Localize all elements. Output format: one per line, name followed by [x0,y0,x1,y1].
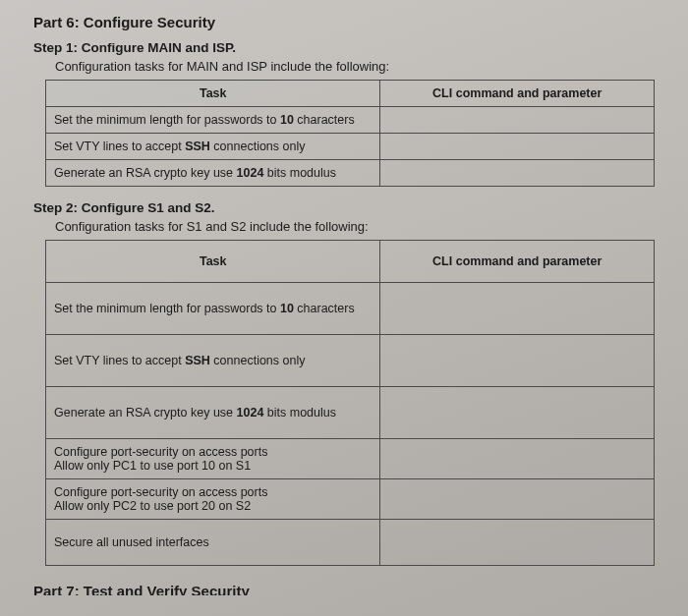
table-row: Secure all unused interfaces [46,520,655,566]
table-row: Set the minimum length for passwords to … [46,283,655,335]
table-row: Configure port-security on access ports … [46,479,655,520]
cmd-cell [380,134,655,160]
part-title: Part 6: Configure Security [33,14,659,30]
task-cell: Configure port-security on access ports … [46,439,380,479]
header-cmd: CLI command and parameter [380,241,655,283]
table-row: Generate an RSA crypto key use 1024 bits… [46,160,655,187]
table-row: Set VTY lines to accept SSH connections … [46,134,655,160]
step1-heading: Step 1: Configure MAIN and ISP. [33,40,659,55]
task-cell: Set the minimum length for passwords to … [46,107,380,134]
part7-title-cutoff: Part 7: Test and Verify Security [33,580,659,595]
header-task: Task [46,241,380,283]
header-task: Task [46,81,380,107]
table-header-row: Task CLI command and parameter [46,81,655,107]
cmd-cell [380,335,655,387]
document-page: Part 6: Configure Security Step 1: Confi… [0,0,688,595]
cmd-cell [380,283,655,335]
task-cell: Set VTY lines to accept SSH connections … [46,335,380,387]
step1-table: Task CLI command and parameter Set the m… [45,80,655,187]
step1-desc: Configuration tasks for MAIN and ISP inc… [55,59,659,74]
cmd-cell [380,160,655,187]
header-cmd: CLI command and parameter [380,81,655,107]
task-cell: Set the minimum length for passwords to … [46,283,380,335]
task-cell: Generate an RSA crypto key use 1024 bits… [46,160,380,187]
cmd-cell [380,439,655,479]
task-cell: Secure all unused interfaces [46,520,380,566]
cmd-cell [380,520,655,566]
table-row: Set VTY lines to accept SSH connections … [46,335,655,387]
task-cell: Configure port-security on access ports … [46,479,380,520]
table-row: Configure port-security on access ports … [46,439,655,479]
step2-table: Task CLI command and parameter Set the m… [45,240,655,566]
table-row: Generate an RSA crypto key use 1024 bits… [46,387,655,439]
table-row: Set the minimum length for passwords to … [46,107,655,134]
cmd-cell [380,479,655,520]
cmd-cell [380,387,655,439]
table-header-row: Task CLI command and parameter [46,241,655,283]
cmd-cell [380,107,655,134]
step2-heading: Step 2: Configure S1 and S2. [33,200,659,215]
task-cell: Generate an RSA crypto key use 1024 bits… [46,387,380,439]
step2-desc: Configuration tasks for S1 and S2 includ… [55,219,659,234]
task-cell: Set VTY lines to accept SSH connections … [46,134,380,160]
